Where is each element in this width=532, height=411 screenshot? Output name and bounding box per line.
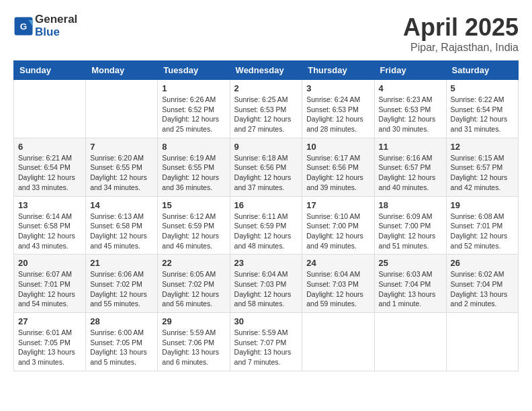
day-info: Sunrise: 6:08 AM Sunset: 7:01 PM Dayligh… (451, 212, 514, 251)
day-info: Sunrise: 6:20 AM Sunset: 6:55 PM Dayligh… (90, 153, 153, 193)
calendar-cell (374, 313, 446, 371)
day-number: 27 (18, 316, 81, 326)
weekday-header: Tuesday (158, 61, 230, 80)
calendar-cell: 12Sunrise: 6:15 AM Sunset: 6:57 PM Dayli… (446, 138, 518, 196)
page-header: G General Blue April 2025 Pipar, Rajasth… (13, 13, 519, 54)
logo-blue: Blue (35, 26, 77, 39)
calendar-cell: 21Sunrise: 6:06 AM Sunset: 7:02 PM Dayli… (86, 255, 158, 313)
day-number: 7 (90, 142, 153, 152)
calendar-cell: 25Sunrise: 6:03 AM Sunset: 7:04 PM Dayli… (374, 255, 446, 313)
calendar-cell: 29Sunrise: 5:59 AM Sunset: 7:06 PM Dayli… (158, 313, 230, 371)
day-number: 1 (162, 83, 225, 93)
day-number: 9 (234, 142, 298, 152)
calendar-cell: 8Sunrise: 6:19 AM Sunset: 6:55 PM Daylig… (158, 138, 230, 196)
calendar-cell: 7Sunrise: 6:20 AM Sunset: 6:55 PM Daylig… (86, 138, 158, 196)
day-info: Sunrise: 6:16 AM Sunset: 6:57 PM Dayligh… (379, 153, 442, 193)
calendar-cell: 18Sunrise: 6:09 AM Sunset: 7:00 PM Dayli… (374, 196, 446, 255)
calendar-cell (14, 80, 86, 138)
day-info: Sunrise: 6:05 AM Sunset: 7:02 PM Dayligh… (162, 269, 225, 309)
day-number: 20 (18, 258, 81, 268)
day-number: 18 (379, 200, 442, 210)
day-number: 11 (379, 142, 442, 152)
day-info: Sunrise: 5:59 AM Sunset: 7:07 PM Dayligh… (234, 328, 298, 367)
calendar-cell: 4Sunrise: 6:23 AM Sunset: 6:53 PM Daylig… (374, 80, 446, 138)
day-info: Sunrise: 6:23 AM Sunset: 6:53 PM Dayligh… (379, 95, 442, 134)
calendar-week-row: 6Sunrise: 6:21 AM Sunset: 6:54 PM Daylig… (14, 138, 519, 196)
calendar-cell (86, 80, 158, 138)
day-number: 30 (234, 316, 298, 326)
day-number: 24 (306, 258, 369, 268)
calendar-cell: 10Sunrise: 6:17 AM Sunset: 6:56 PM Dayli… (302, 138, 374, 196)
calendar-cell: 1Sunrise: 6:26 AM Sunset: 6:52 PM Daylig… (158, 80, 230, 138)
calendar-cell: 26Sunrise: 6:02 AM Sunset: 7:04 PM Dayli… (446, 255, 518, 313)
calendar-table: SundayMondayTuesdayWednesdayThursdayFrid… (13, 60, 519, 371)
day-info: Sunrise: 5:59 AM Sunset: 7:06 PM Dayligh… (162, 328, 225, 367)
day-info: Sunrise: 6:22 AM Sunset: 6:54 PM Dayligh… (451, 95, 514, 134)
day-number: 29 (162, 316, 225, 326)
calendar-cell: 3Sunrise: 6:24 AM Sunset: 6:53 PM Daylig… (302, 80, 374, 138)
calendar-cell (302, 313, 374, 371)
day-info: Sunrise: 6:03 AM Sunset: 7:04 PM Dayligh… (379, 269, 442, 309)
day-info: Sunrise: 6:11 AM Sunset: 6:59 PM Dayligh… (234, 212, 298, 251)
day-info: Sunrise: 6:26 AM Sunset: 6:52 PM Dayligh… (162, 95, 225, 134)
calendar-cell: 27Sunrise: 6:01 AM Sunset: 7:05 PM Dayli… (14, 313, 86, 371)
calendar-cell: 17Sunrise: 6:10 AM Sunset: 7:00 PM Dayli… (302, 196, 374, 255)
day-number: 15 (162, 200, 225, 210)
day-info: Sunrise: 6:10 AM Sunset: 7:00 PM Dayligh… (306, 212, 369, 251)
day-info: Sunrise: 6:25 AM Sunset: 6:53 PM Dayligh… (234, 95, 298, 134)
calendar-cell: 6Sunrise: 6:21 AM Sunset: 6:54 PM Daylig… (14, 138, 86, 196)
calendar-cell: 9Sunrise: 6:18 AM Sunset: 6:56 PM Daylig… (230, 138, 302, 196)
day-info: Sunrise: 6:04 AM Sunset: 7:03 PM Dayligh… (234, 269, 298, 309)
day-info: Sunrise: 6:24 AM Sunset: 6:53 PM Dayligh… (306, 95, 369, 134)
day-number: 17 (306, 200, 369, 210)
logo-text: General Blue (35, 13, 77, 38)
weekday-header: Saturday (446, 61, 518, 80)
day-number: 10 (306, 142, 369, 152)
month-title: April 2025 (403, 13, 519, 42)
day-info: Sunrise: 6:14 AM Sunset: 6:58 PM Dayligh… (18, 212, 81, 251)
calendar-cell: 16Sunrise: 6:11 AM Sunset: 6:59 PM Dayli… (230, 196, 302, 255)
day-number: 26 (451, 258, 514, 268)
weekday-header: Thursday (302, 61, 374, 80)
day-info: Sunrise: 6:17 AM Sunset: 6:56 PM Dayligh… (306, 153, 369, 193)
day-info: Sunrise: 6:04 AM Sunset: 7:03 PM Dayligh… (306, 269, 369, 309)
calendar-cell: 20Sunrise: 6:07 AM Sunset: 7:01 PM Dayli… (14, 255, 86, 313)
calendar-week-row: 1Sunrise: 6:26 AM Sunset: 6:52 PM Daylig… (14, 80, 519, 138)
day-info: Sunrise: 6:12 AM Sunset: 6:59 PM Dayligh… (162, 212, 225, 251)
title-block: April 2025 Pipar, Rajasthan, India (403, 13, 519, 54)
calendar-cell: 2Sunrise: 6:25 AM Sunset: 6:53 PM Daylig… (230, 80, 302, 138)
calendar-cell: 23Sunrise: 6:04 AM Sunset: 7:03 PM Dayli… (230, 255, 302, 313)
calendar-cell: 5Sunrise: 6:22 AM Sunset: 6:54 PM Daylig… (446, 80, 518, 138)
day-info: Sunrise: 6:15 AM Sunset: 6:57 PM Dayligh… (451, 153, 514, 193)
day-info: Sunrise: 6:21 AM Sunset: 6:54 PM Dayligh… (18, 153, 81, 193)
logo-icon: G (13, 16, 34, 36)
calendar-cell: 19Sunrise: 6:08 AM Sunset: 7:01 PM Dayli… (446, 196, 518, 255)
day-info: Sunrise: 6:18 AM Sunset: 6:56 PM Dayligh… (234, 153, 298, 193)
day-number: 6 (18, 142, 81, 152)
calendar-header-row: SundayMondayTuesdayWednesdayThursdayFrid… (14, 61, 519, 80)
day-number: 22 (162, 258, 225, 268)
calendar-week-row: 20Sunrise: 6:07 AM Sunset: 7:01 PM Dayli… (14, 255, 519, 313)
day-info: Sunrise: 6:09 AM Sunset: 7:00 PM Dayligh… (379, 212, 442, 251)
weekday-header: Wednesday (230, 61, 302, 80)
logo-general: General (35, 13, 77, 26)
day-info: Sunrise: 6:01 AM Sunset: 7:05 PM Dayligh… (18, 328, 81, 367)
day-number: 12 (451, 142, 514, 152)
weekday-header: Monday (86, 61, 158, 80)
calendar-cell: 14Sunrise: 6:13 AM Sunset: 6:58 PM Dayli… (86, 196, 158, 255)
day-number: 28 (90, 316, 153, 326)
calendar-week-row: 13Sunrise: 6:14 AM Sunset: 6:58 PM Dayli… (14, 196, 519, 255)
day-info: Sunrise: 6:19 AM Sunset: 6:55 PM Dayligh… (162, 153, 225, 193)
day-number: 5 (451, 83, 514, 93)
calendar-cell: 28Sunrise: 6:00 AM Sunset: 7:05 PM Dayli… (86, 313, 158, 371)
day-number: 3 (306, 83, 369, 93)
calendar-week-row: 27Sunrise: 6:01 AM Sunset: 7:05 PM Dayli… (14, 313, 519, 371)
day-number: 25 (379, 258, 442, 268)
day-number: 16 (234, 200, 298, 210)
day-number: 8 (162, 142, 225, 152)
calendar-cell: 13Sunrise: 6:14 AM Sunset: 6:58 PM Dayli… (14, 196, 86, 255)
day-number: 13 (18, 200, 81, 210)
location-title: Pipar, Rajasthan, India (403, 42, 519, 54)
day-number: 23 (234, 258, 298, 268)
day-number: 19 (451, 200, 514, 210)
